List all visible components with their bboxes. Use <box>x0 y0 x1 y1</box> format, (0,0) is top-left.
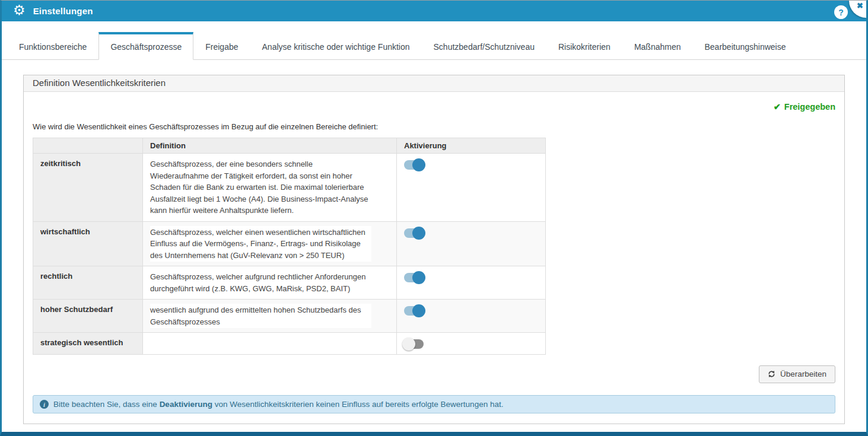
criteria-table-head-row: DefinitionAktivierung <box>33 138 546 154</box>
activation-toggle[interactable] <box>404 160 424 170</box>
definition-textbox: Geschäftsprozess, welcher aufgrund recht… <box>150 270 371 295</box>
toggle-knob <box>412 271 425 284</box>
tab-funktionsbereiche[interactable]: Funktionsbereiche <box>7 32 98 60</box>
help-icon[interactable]: ? <box>834 5 848 19</box>
close-icon[interactable]: ✖ <box>857 1 863 10</box>
actions-row: Überarbeiten <box>33 365 835 383</box>
criterion-definition: wesentlich aufgrund des ermittelten hohe… <box>143 300 397 333</box>
column-header <box>33 138 143 154</box>
criterion-name: hoher Schutzbedarf <box>33 300 143 333</box>
status-label: Freigegeben <box>784 102 835 112</box>
panel-body: ✔ Freigegeben Wie wird die Wesentlichkei… <box>24 101 844 413</box>
toggle-knob <box>412 227 425 240</box>
gear-icon: ⚙ <box>13 4 26 17</box>
criteria-table: DefinitionAktivierung zeitkritischGeschä… <box>33 138 546 355</box>
criterion-name: wirtschaftlich <box>33 221 143 266</box>
criterion-definition: Geschäftsprozess, welcher aufgrund recht… <box>143 266 397 300</box>
intro-text: Wie wird die Wesentlichkeit eines Geschä… <box>33 122 835 131</box>
content-panel: Definition Wesentlichkeitskriterien ✔ Fr… <box>23 75 845 424</box>
criterion-name: strategisch wesentlich <box>33 333 143 355</box>
table-row: hoher Schutzbedarfwesentlich aufgrund de… <box>33 300 546 333</box>
definition-textbox: Geschäftsprozess, der eine besonders sch… <box>150 158 371 217</box>
settings-dialog: ⚙ Einstellungen ? ✖ FunktionsbereicheGes… <box>0 0 868 436</box>
tab-risikokriterien[interactable]: Risikokriterien <box>546 32 622 60</box>
panel-title: Definition Wesentlichkeitskriterien <box>24 75 844 92</box>
refresh-icon <box>768 370 775 378</box>
toggle-knob <box>412 304 425 317</box>
table-row: zeitkritischGeschäftsprozess, der eine b… <box>33 154 546 222</box>
criteria-table-body: zeitkritischGeschäftsprozess, der eine b… <box>33 154 546 355</box>
criterion-name: rechtlich <box>33 266 143 300</box>
table-row: wirtschaftlichGeschäftsprozess, welcher … <box>33 221 546 266</box>
tab-maßnahmen[interactable]: Maßnahmen <box>622 32 693 60</box>
activation-toggle[interactable] <box>404 339 424 349</box>
toggle-knob <box>412 158 425 171</box>
tab-bearbeitungshinweise[interactable]: Bearbeitungshinweise <box>693 32 798 60</box>
criterion-definition <box>143 333 397 355</box>
help-label: ? <box>838 8 844 17</box>
criterion-definition: Geschäftsprozess, der eine besonders sch… <box>143 154 397 222</box>
tab-schutzbedarf-schutzniveau[interactable]: Schutzbedarf/Schutzniveau <box>422 32 546 60</box>
status-badge: ✔ Freigegeben <box>33 101 835 112</box>
column-header: Aktivierung <box>397 138 546 154</box>
table-row: strategisch wesentlich <box>33 333 546 355</box>
info-banner: i Bitte beachten Sie, dass eine Deaktivi… <box>33 395 835 413</box>
tab-analyse-kritische-oder-wichtige-funktion[interactable]: Analyse kritische oder wichtige Funktion <box>250 32 422 60</box>
activation-toggle[interactable] <box>404 228 424 238</box>
info-icon: i <box>40 400 49 409</box>
activation-toggle[interactable] <box>404 273 424 282</box>
check-icon: ✔ <box>774 102 781 112</box>
column-header: Definition <box>143 138 397 154</box>
revise-button[interactable]: Überarbeiten <box>759 365 835 383</box>
tab-freigabe[interactable]: Freigabe <box>193 32 250 60</box>
toggle-knob <box>402 338 415 351</box>
tab-bar: FunktionsbereicheGeschäftsprozesseFreiga… <box>2 32 866 60</box>
page-title: Einstellungen <box>33 6 93 16</box>
activation-toggle[interactable] <box>404 306 424 316</box>
definition-textbox: wesentlich aufgrund des ermittelten hohe… <box>150 304 371 328</box>
info-bold-word: Deaktivierung <box>160 400 212 409</box>
criterion-definition: Geschäftsprozess, welcher einen wesentli… <box>143 221 397 266</box>
revise-label: Überarbeiten <box>780 370 826 378</box>
title-bar: ⚙ Einstellungen <box>2 1 866 21</box>
definition-textbox: Geschäftsprozess, welcher einen wesentli… <box>150 226 371 262</box>
criterion-name: zeitkritisch <box>33 154 143 222</box>
tab-geschäftsprozesse[interactable]: Geschäftsprozesse <box>98 32 193 60</box>
info-text: Bitte beachten Sie, dass eine Deaktivier… <box>53 400 503 409</box>
table-row: rechtlichGeschäftsprozess, welcher aufgr… <box>33 266 546 300</box>
